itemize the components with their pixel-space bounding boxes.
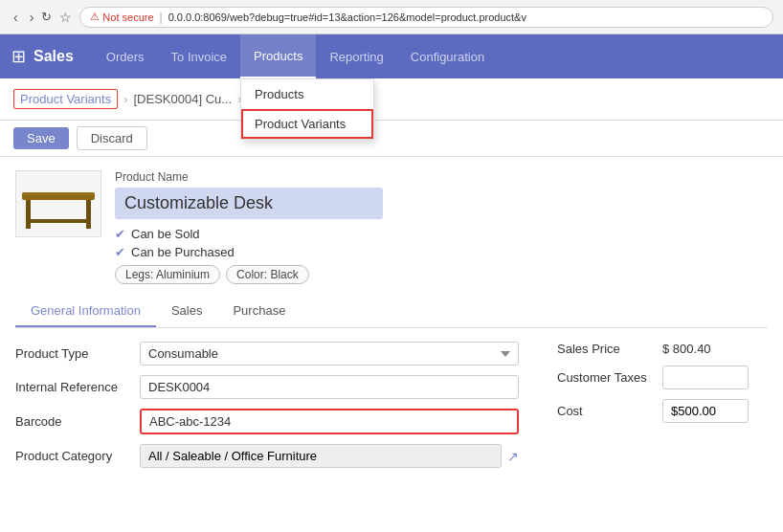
internal-reference-row: Internal Reference	[15, 375, 519, 399]
product-category-value: All / Saleable / Office Furniture ↗	[140, 444, 519, 468]
nav-to-invoice-label: To Invoice	[171, 50, 228, 64]
customer-taxes-label: Customer Taxes	[557, 370, 662, 385]
svg-rect-2	[86, 200, 91, 229]
product-header: Product Name ✔ Can be Sold ✔ Can be Purc…	[15, 170, 768, 284]
product-type-label: Product Type	[15, 346, 140, 361]
url-text: 0.0.0.0:8069/web?debug=true#id=13&action…	[168, 11, 526, 23]
reload-button[interactable]: ↻	[41, 8, 52, 27]
nav-configuration-label: Configuration	[411, 50, 484, 64]
breadcrumb-product-variants[interactable]: Product Variants	[13, 89, 118, 109]
sales-price-value: $ 800.40	[662, 342, 711, 356]
internal-reference-input[interactable]	[140, 375, 519, 399]
cost-label: Cost	[557, 404, 662, 418]
tab-purchase[interactable]: Purchase	[217, 296, 301, 327]
product-category-select[interactable]: All / Saleable / Office Furniture	[140, 444, 502, 468]
form-left: Product Type Consumable Storable Product…	[15, 342, 519, 477]
nav-reporting[interactable]: Reporting	[316, 34, 396, 78]
can-be-sold-row: ✔ Can be Sold	[115, 227, 768, 241]
cost-value	[662, 399, 749, 423]
svg-rect-4	[22, 192, 95, 195]
nav-configuration[interactable]: Configuration	[397, 34, 498, 78]
browser-chrome: ‹ › ↻ ☆ ⚠ Not secure | 0.0.0.0:8069/web?…	[0, 0, 783, 34]
bookmark-button[interactable]: ☆	[59, 10, 72, 25]
barcode-input[interactable]	[140, 409, 519, 434]
can-be-purchased-row: ✔ Can be Purchased	[115, 245, 768, 259]
not-secure-label: Not secure	[102, 11, 153, 23]
nav-orders[interactable]: Orders	[93, 34, 158, 78]
app-logo-icon[interactable]: ⊞	[11, 46, 26, 67]
back-button[interactable]: ‹	[10, 8, 22, 27]
product-type-row: Product Type Consumable Storable Product…	[15, 342, 519, 366]
nav-products-label: Products	[254, 49, 302, 63]
nav-reporting-label: Reporting	[329, 50, 383, 64]
desk-illustration	[16, 171, 101, 236]
discard-button[interactable]: Discard	[77, 126, 147, 150]
svg-rect-3	[26, 219, 91, 223]
cost-row: Cost	[557, 399, 768, 423]
cost-input[interactable]	[662, 399, 749, 423]
address-bar[interactable]: ⚠ Not secure | 0.0.0.0:8069/web?debug=tr…	[79, 7, 773, 28]
dropdown-product-variants[interactable]: Product Variants	[241, 109, 373, 139]
tag-legs[interactable]: Legs: Aluminium	[115, 265, 220, 284]
internal-reference-label: Internal Reference	[15, 380, 140, 394]
product-category-row: Product Category All / Saleable / Office…	[15, 444, 519, 468]
tabs-bar: General Information Sales Purchase	[15, 296, 768, 328]
dropdown-products[interactable]: Products	[241, 79, 373, 109]
app-navigation: ⊞ Sales Orders To Invoice Products Produ…	[0, 34, 783, 78]
form-section: Product Type Consumable Storable Product…	[15, 342, 768, 477]
category-link-icon[interactable]: ↗	[507, 449, 519, 464]
customer-taxes-value	[662, 366, 749, 389]
nav-to-invoice[interactable]: To Invoice	[158, 34, 241, 78]
product-image[interactable]	[15, 170, 101, 237]
products-dropdown: Products Product Variants	[240, 78, 374, 140]
forward-button[interactable]: ›	[26, 8, 38, 27]
internal-reference-value	[140, 375, 519, 399]
nav-orders-label: Orders	[106, 50, 145, 64]
product-tags: Legs: Aluminium Color: Black	[115, 265, 768, 284]
browser-nav-buttons[interactable]: ‹ › ↻	[10, 8, 52, 27]
breadcrumb-current: [DESK0004] Cu...	[133, 92, 232, 106]
warning-icon: ⚠	[90, 11, 100, 23]
product-info: Product Name ✔ Can be Sold ✔ Can be Purc…	[115, 170, 768, 284]
tab-general-information[interactable]: General Information	[15, 296, 156, 327]
product-type-value: Consumable Storable Product Service	[140, 342, 519, 366]
product-name-input[interactable]	[115, 188, 383, 219]
customer-taxes-row: Customer Taxes	[557, 366, 768, 389]
barcode-label: Barcode	[15, 414, 140, 429]
address-separator: |	[160, 11, 163, 24]
product-category-label: Product Category	[15, 449, 140, 463]
can-be-purchased-check[interactable]: ✔	[115, 245, 125, 259]
svg-rect-1	[26, 200, 31, 229]
app-name: Sales	[34, 48, 74, 65]
save-button[interactable]: Save	[13, 127, 69, 149]
action-bar: Save Discard	[0, 121, 783, 157]
product-type-select[interactable]: Consumable Storable Product Service	[140, 342, 519, 366]
sales-price-row: Sales Price $ 800.40	[557, 342, 768, 356]
main-content: Product Name ✔ Can be Sold ✔ Can be Purc…	[0, 157, 783, 491]
nav-products[interactable]: Products Products Product Variants	[240, 34, 316, 78]
barcode-value	[140, 409, 519, 434]
breadcrumb-separator: ›	[123, 92, 127, 106]
barcode-row: Barcode	[15, 409, 519, 434]
customer-taxes-input[interactable]	[662, 366, 749, 389]
can-be-purchased-label: Can be Purchased	[131, 245, 235, 259]
product-name-label: Product Name	[115, 170, 768, 184]
breadcrumb-bar: Product Variants › [DESK0004] Cu... › (A…	[0, 78, 783, 121]
can-be-sold-label: Can be Sold	[131, 227, 200, 241]
tag-color[interactable]: Color: Black	[226, 265, 309, 284]
not-secure-indicator: ⚠ Not secure	[90, 11, 153, 23]
can-be-sold-check[interactable]: ✔	[115, 227, 125, 241]
tab-sales[interactable]: Sales	[156, 296, 218, 327]
sales-price-label: Sales Price	[557, 342, 662, 356]
form-right: Sales Price $ 800.40 Customer Taxes Cost	[557, 342, 768, 477]
